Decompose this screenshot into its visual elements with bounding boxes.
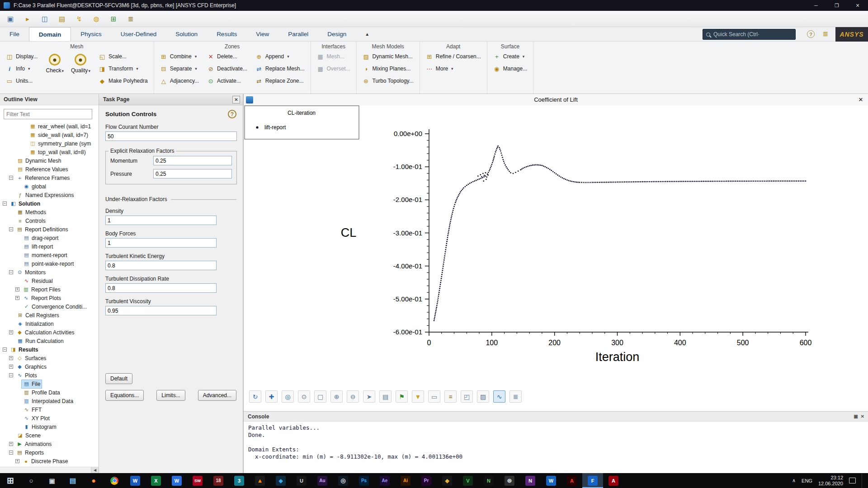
language-indicator[interactable]: ENG: [802, 478, 812, 483]
tree-item-convergence-conditi[interactable]: ✓Convergence Conditi...: [0, 302, 99, 311]
measure-icon[interactable]: ▭: [428, 390, 440, 403]
taskbar-word-icon[interactable]: W: [125, 473, 146, 488]
lamp-icon[interactable]: ◍: [91, 14, 101, 24]
taskbar-solidworks-icon[interactable]: SW: [187, 473, 208, 488]
scroll-left-arrow-icon[interactable]: ◀: [91, 467, 99, 473]
tab-results[interactable]: Results: [207, 27, 246, 41]
tab-user-defined[interactable]: User-Defined: [111, 27, 166, 41]
maximize-button[interactable]: ❐: [826, 0, 847, 11]
collapse-icon[interactable]: −: [9, 176, 13, 180]
tree-item-global[interactable]: ◉global: [0, 182, 99, 191]
taskbar-task-view-icon[interactable]: ▣: [42, 473, 62, 488]
taskbar-acrobat-icon[interactable]: A: [603, 473, 624, 488]
expand-icon[interactable]: +: [9, 330, 13, 334]
save-image-icon[interactable]: ▨: [477, 390, 489, 403]
tree-item-report-definitions[interactable]: −▤Report Definitions: [0, 225, 99, 234]
task-help-icon[interactable]: ?: [228, 110, 236, 118]
taskbar-unity-icon[interactable]: U: [291, 473, 312, 488]
momentum-input[interactable]: [153, 156, 232, 165]
tab-design[interactable]: Design: [318, 27, 356, 41]
display-options-icon[interactable]: ≡: [444, 390, 457, 403]
tree-item-calculation-activities[interactable]: +◆Calculation Activities: [0, 328, 99, 337]
taskbar-settings-gear-icon[interactable]: ⊛: [499, 473, 520, 488]
taskbar-illustrator-icon[interactable]: Ai: [395, 473, 416, 488]
turbulent-dissipation-rate-input[interactable]: [105, 283, 217, 293]
copy-view-icon[interactable]: ▤: [379, 390, 392, 403]
ribbon-item-delete[interactable]: ✕Delete...: [207, 52, 247, 61]
tree-item-residual[interactable]: ∿Residual: [0, 277, 99, 285]
ribbon-item-replace-mesh[interactable]: ⇄Replace Mesh...: [255, 64, 305, 73]
ribbon-item-dynamic-mesh[interactable]: ▨Dynamic Mesh...: [363, 52, 414, 61]
ribbon-item-create[interactable]: +Create▾: [493, 52, 527, 61]
advanced-button[interactable]: Advanced...: [198, 390, 236, 401]
expand-icon[interactable]: +: [15, 287, 19, 291]
tab-solution[interactable]: Solution: [166, 27, 207, 41]
tree-item-named-expressions[interactable]: ƒNamed Expressions: [0, 191, 99, 199]
taskbar-excel-icon[interactable]: X: [146, 473, 166, 488]
tab-file[interactable]: File: [0, 27, 29, 41]
help-icon[interactable]: ?: [807, 30, 815, 38]
ribbon-item-transform[interactable]: ◨Transform▾: [99, 64, 148, 73]
turbulent-kinetic-energy-input[interactable]: [105, 261, 217, 270]
flow-courant-input[interactable]: [105, 131, 237, 141]
ribbon-item-refine-coarsen[interactable]: ⊞Refine / Coarsen...: [426, 52, 481, 61]
tree-item-reports[interactable]: −▤Reports: [0, 448, 99, 457]
ribbon-item-turbo-topology[interactable]: ⊛Turbo Topology...: [363, 76, 414, 85]
collapse-icon[interactable]: −: [9, 450, 13, 455]
windows-icon[interactable]: ◫: [40, 14, 50, 24]
taskbar-file-explorer-icon[interactable]: ▤: [62, 473, 83, 488]
ribbon-item-info[interactable]: iInfo▾: [6, 64, 38, 73]
plot-window-icon[interactable]: ∿: [493, 390, 505, 403]
table-new-icon[interactable]: ⊞: [108, 14, 118, 24]
ribbon-item-replace-zone[interactable]: ⇄Replace Zone...: [255, 76, 305, 85]
default-button[interactable]: Default: [105, 373, 132, 384]
ribbon-item-adjacency[interactable]: △Adjacency...: [160, 76, 199, 85]
console-close-icon[interactable]: ✕: [861, 414, 864, 419]
taskbar-firefox-icon[interactable]: ●: [83, 473, 104, 488]
plot-window-close-button[interactable]: ✕: [857, 96, 865, 104]
layout-icon[interactable]: ≣: [126, 14, 136, 24]
notification-center-icon[interactable]: [849, 478, 856, 483]
taskbar-app-2018-icon[interactable]: 18: [208, 473, 229, 488]
tree-item-animations[interactable]: +▶Animations: [0, 440, 99, 448]
taskbar-adobe-cc-icon[interactable]: A: [561, 473, 582, 488]
ribbon-item-activate[interactable]: ⊙Activate...: [207, 76, 247, 85]
tree-item-moment-report[interactable]: ▤moment-report: [0, 251, 99, 259]
taskbar-onenote-icon[interactable]: N: [520, 473, 541, 488]
tree-item-xy-plot[interactable]: ∿XY Plot: [0, 414, 99, 422]
tray-expand-icon[interactable]: ∧: [792, 478, 796, 483]
collapse-ribbon-icon[interactable]: ▲: [365, 32, 369, 37]
body-forces-input[interactable]: [105, 238, 217, 248]
taskbar-wps-office-icon[interactable]: W: [541, 473, 561, 488]
zoom-pointer-icon[interactable]: ◎: [282, 390, 294, 403]
taskbar-start-icon[interactable]: ⊞: [0, 473, 21, 488]
density-input[interactable]: [105, 216, 217, 225]
console-output[interactable]: Parallel variables...Done. Domain Extent…: [244, 422, 868, 474]
expand-icon[interactable]: +: [9, 365, 13, 369]
tree-item-point-wake-report[interactable]: ▤point-wake-report: [0, 259, 99, 268]
tree-item-plots[interactable]: −∿Plots: [0, 371, 99, 380]
turbulent-viscosity-input[interactable]: [105, 306, 217, 315]
tree-item-fft[interactable]: ∿FFT: [0, 405, 99, 414]
outline-hscrollbar[interactable]: ◀: [0, 467, 99, 473]
tree-item-symmetry-plane-sym[interactable]: ◫symmetry_plane (sym: [0, 139, 99, 148]
ribbon-item-deactivate[interactable]: ⊘Deactivate...: [207, 64, 247, 73]
show-desktop-button[interactable]: [862, 473, 863, 488]
expand-icon[interactable]: +: [15, 459, 19, 463]
tree-item-histogram[interactable]: ▮Histogram: [0, 422, 99, 431]
plot-window-icon[interactable]: [246, 96, 253, 103]
pressure-input[interactable]: [153, 169, 232, 178]
expand-icon[interactable]: +: [9, 356, 13, 360]
collapse-icon[interactable]: −: [9, 270, 13, 274]
tree-item-reference-frames[interactable]: −+Reference Frames: [0, 174, 99, 182]
tree-item-initialization[interactable]: ◈Initialization: [0, 319, 99, 328]
tree-item-file[interactable]: ▤File: [0, 380, 99, 388]
ribbon-item-quality[interactable]: Quality▾: [71, 54, 90, 74]
taskbar-obs-icon[interactable]: ◎: [333, 473, 354, 488]
taskbar-audition-icon[interactable]: Au: [312, 473, 333, 488]
taskbar-chrome-icon[interactable]: [104, 473, 125, 488]
marker-flag-icon[interactable]: ⚑: [396, 390, 408, 403]
ribbon-item-scale[interactable]: ◱Scale...: [99, 52, 148, 61]
collapse-icon[interactable]: −: [3, 347, 7, 352]
ribbon-item-combine[interactable]: ⊞Combine▾: [160, 52, 199, 61]
